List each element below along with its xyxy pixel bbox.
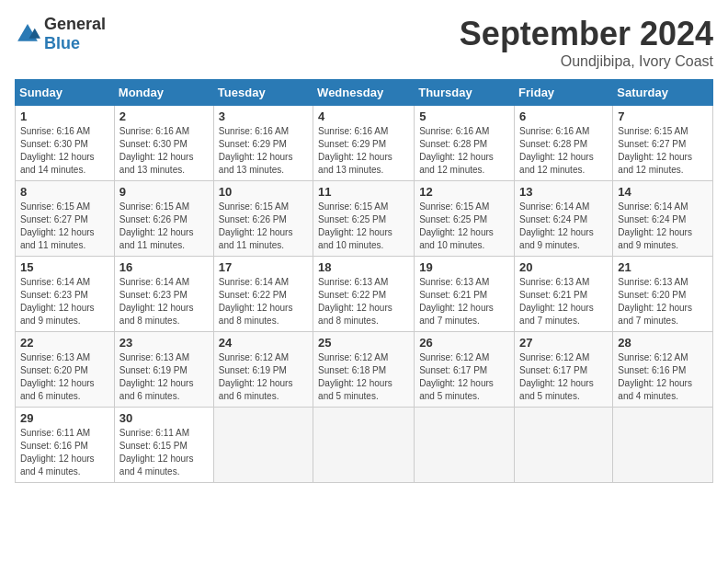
week-row-4: 22 Sunrise: 6:13 AM Sunset: 6:20 PM Dayl… <box>16 332 713 408</box>
day-number: 3 <box>219 109 308 123</box>
day-info: Sunrise: 6:15 AM Sunset: 6:26 PM Dayligh… <box>219 201 308 252</box>
weekday-header-wednesday: Wednesday <box>313 80 415 106</box>
week-row-5: 29 Sunrise: 6:11 AM Sunset: 6:16 PM Dayl… <box>16 408 713 483</box>
calendar-cell: 5 Sunrise: 6:16 AM Sunset: 6:28 PM Dayli… <box>415 106 515 181</box>
calendar-cell: 18 Sunrise: 6:13 AM Sunset: 6:22 PM Dayl… <box>313 257 415 332</box>
day-info: Sunrise: 6:15 AM Sunset: 6:27 PM Dayligh… <box>618 125 708 177</box>
day-info: Sunrise: 6:13 AM Sunset: 6:21 PM Dayligh… <box>419 276 509 327</box>
day-info: Sunrise: 6:13 AM Sunset: 6:20 PM Dayligh… <box>20 351 109 403</box>
day-number: 13 <box>519 185 608 199</box>
day-info: Sunrise: 6:16 AM Sunset: 6:28 PM Dayligh… <box>519 125 608 177</box>
day-number: 30 <box>119 411 209 425</box>
calendar-cell: 29 Sunrise: 6:11 AM Sunset: 6:16 PM Dayl… <box>16 408 115 483</box>
calendar-cell <box>415 408 515 483</box>
logo-general: General <box>44 15 106 33</box>
day-number: 4 <box>318 109 409 123</box>
day-info: Sunrise: 6:11 AM Sunset: 6:15 PM Dayligh… <box>119 427 209 478</box>
calendar-cell: 9 Sunrise: 6:15 AM Sunset: 6:26 PM Dayli… <box>114 181 213 257</box>
day-number: 15 <box>20 260 109 274</box>
calendar-cell: 1 Sunrise: 6:16 AM Sunset: 6:30 PM Dayli… <box>16 106 115 181</box>
day-info: Sunrise: 6:13 AM Sunset: 6:22 PM Dayligh… <box>318 276 409 327</box>
calendar-cell <box>313 408 415 483</box>
calendar-cell: 10 Sunrise: 6:15 AM Sunset: 6:26 PM Dayl… <box>213 181 313 257</box>
month-title: September 2024 <box>460 15 713 53</box>
calendar-cell: 27 Sunrise: 6:12 AM Sunset: 6:17 PM Dayl… <box>515 332 613 408</box>
day-number: 20 <box>519 260 608 274</box>
calendar-cell: 23 Sunrise: 6:13 AM Sunset: 6:19 PM Dayl… <box>114 332 213 408</box>
day-info: Sunrise: 6:16 AM Sunset: 6:30 PM Dayligh… <box>119 125 209 177</box>
day-number: 12 <box>419 185 509 199</box>
day-info: Sunrise: 6:14 AM Sunset: 6:23 PM Dayligh… <box>20 276 109 327</box>
day-info: Sunrise: 6:11 AM Sunset: 6:16 PM Dayligh… <box>20 427 109 478</box>
calendar-cell: 6 Sunrise: 6:16 AM Sunset: 6:28 PM Dayli… <box>515 106 613 181</box>
day-number: 16 <box>119 260 209 274</box>
weekday-header-saturday: Saturday <box>613 80 713 106</box>
weekday-header-friday: Friday <box>515 80 613 106</box>
calendar-cell <box>515 408 613 483</box>
day-info: Sunrise: 6:13 AM Sunset: 6:20 PM Dayligh… <box>618 276 708 327</box>
day-number: 11 <box>318 185 409 199</box>
day-info: Sunrise: 6:12 AM Sunset: 6:16 PM Dayligh… <box>618 351 708 403</box>
day-number: 22 <box>20 336 109 350</box>
day-number: 29 <box>20 411 109 425</box>
weekday-header-thursday: Thursday <box>415 80 515 106</box>
day-info: Sunrise: 6:12 AM Sunset: 6:18 PM Dayligh… <box>318 351 409 403</box>
week-row-2: 8 Sunrise: 6:15 AM Sunset: 6:27 PM Dayli… <box>16 181 713 257</box>
day-info: Sunrise: 6:14 AM Sunset: 6:24 PM Dayligh… <box>519 201 608 252</box>
day-number: 18 <box>318 260 409 274</box>
logo: General Blue <box>15 15 106 53</box>
day-number: 14 <box>618 185 708 199</box>
page-header: General Blue September 2024 Oundjibipa, … <box>15 15 713 70</box>
calendar-cell: 26 Sunrise: 6:12 AM Sunset: 6:17 PM Dayl… <box>415 332 515 408</box>
calendar-cell: 2 Sunrise: 6:16 AM Sunset: 6:30 PM Dayli… <box>114 106 213 181</box>
calendar-cell <box>613 408 713 483</box>
location-title: Oundjibipa, Ivory Coast <box>460 53 713 70</box>
week-row-1: 1 Sunrise: 6:16 AM Sunset: 6:30 PM Dayli… <box>16 106 713 181</box>
calendar-cell: 22 Sunrise: 6:13 AM Sunset: 6:20 PM Dayl… <box>16 332 115 408</box>
day-info: Sunrise: 6:15 AM Sunset: 6:25 PM Dayligh… <box>419 201 509 252</box>
day-info: Sunrise: 6:16 AM Sunset: 6:30 PM Dayligh… <box>20 125 109 177</box>
logo-icon <box>15 21 40 47</box>
day-number: 6 <box>519 109 608 123</box>
day-info: Sunrise: 6:16 AM Sunset: 6:29 PM Dayligh… <box>219 125 308 177</box>
day-info: Sunrise: 6:14 AM Sunset: 6:23 PM Dayligh… <box>119 276 209 327</box>
title-section: September 2024 Oundjibipa, Ivory Coast <box>460 15 713 70</box>
day-info: Sunrise: 6:12 AM Sunset: 6:17 PM Dayligh… <box>419 351 509 403</box>
day-number: 8 <box>20 185 109 199</box>
day-info: Sunrise: 6:15 AM Sunset: 6:26 PM Dayligh… <box>119 201 209 252</box>
calendar-cell: 19 Sunrise: 6:13 AM Sunset: 6:21 PM Dayl… <box>415 257 515 332</box>
day-number: 27 <box>519 336 608 350</box>
calendar-cell: 3 Sunrise: 6:16 AM Sunset: 6:29 PM Dayli… <box>213 106 313 181</box>
weekday-header-tuesday: Tuesday <box>213 80 313 106</box>
calendar-cell: 20 Sunrise: 6:13 AM Sunset: 6:21 PM Dayl… <box>515 257 613 332</box>
day-number: 1 <box>20 109 109 123</box>
calendar-cell: 11 Sunrise: 6:15 AM Sunset: 6:25 PM Dayl… <box>313 181 415 257</box>
calendar-cell: 28 Sunrise: 6:12 AM Sunset: 6:16 PM Dayl… <box>613 332 713 408</box>
calendar-cell: 12 Sunrise: 6:15 AM Sunset: 6:25 PM Dayl… <box>415 181 515 257</box>
weekday-header-sunday: Sunday <box>16 80 115 106</box>
calendar-cell: 16 Sunrise: 6:14 AM Sunset: 6:23 PM Dayl… <box>114 257 213 332</box>
day-number: 28 <box>618 336 708 350</box>
day-number: 23 <box>119 336 209 350</box>
day-number: 26 <box>419 336 509 350</box>
day-number: 10 <box>219 185 308 199</box>
day-info: Sunrise: 6:14 AM Sunset: 6:24 PM Dayligh… <box>618 201 708 252</box>
day-number: 25 <box>318 336 409 350</box>
calendar-cell: 30 Sunrise: 6:11 AM Sunset: 6:15 PM Dayl… <box>114 408 213 483</box>
logo-blue: Blue <box>44 34 80 52</box>
calendar-cell <box>213 408 313 483</box>
day-info: Sunrise: 6:16 AM Sunset: 6:28 PM Dayligh… <box>419 125 509 177</box>
calendar-cell: 25 Sunrise: 6:12 AM Sunset: 6:18 PM Dayl… <box>313 332 415 408</box>
day-info: Sunrise: 6:15 AM Sunset: 6:25 PM Dayligh… <box>318 201 409 252</box>
day-info: Sunrise: 6:12 AM Sunset: 6:17 PM Dayligh… <box>519 351 608 403</box>
calendar-cell: 14 Sunrise: 6:14 AM Sunset: 6:24 PM Dayl… <box>613 181 713 257</box>
weekday-header-row: SundayMondayTuesdayWednesdayThursdayFrid… <box>16 80 713 106</box>
calendar-cell: 17 Sunrise: 6:14 AM Sunset: 6:22 PM Dayl… <box>213 257 313 332</box>
calendar-cell: 15 Sunrise: 6:14 AM Sunset: 6:23 PM Dayl… <box>16 257 115 332</box>
day-number: 24 <box>219 336 308 350</box>
day-number: 21 <box>618 260 708 274</box>
day-number: 5 <box>419 109 509 123</box>
day-number: 9 <box>119 185 209 199</box>
day-info: Sunrise: 6:14 AM Sunset: 6:22 PM Dayligh… <box>219 276 308 327</box>
day-info: Sunrise: 6:12 AM Sunset: 6:19 PM Dayligh… <box>219 351 308 403</box>
